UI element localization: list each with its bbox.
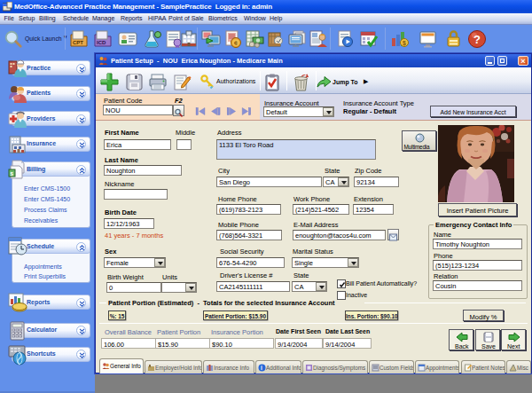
svg-text:?: ? bbox=[473, 33, 481, 46]
svg-text:i: i bbox=[261, 365, 262, 371]
svg-text:$: $ bbox=[403, 40, 406, 47]
svg-text:ICD: ICD bbox=[97, 40, 106, 45]
svg-text:CPT: CPT bbox=[73, 40, 83, 45]
svg-text:¢: ¢ bbox=[234, 40, 238, 46]
